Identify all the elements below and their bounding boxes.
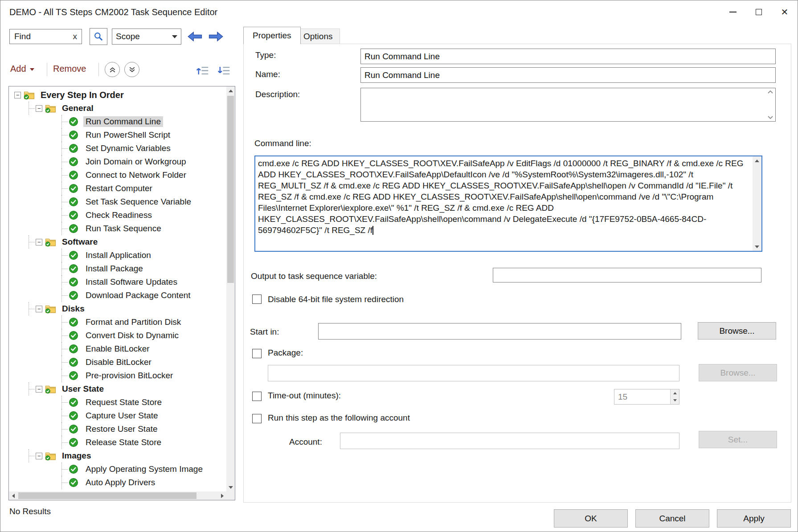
package-field[interactable] [268, 365, 679, 381]
scroll-right-button[interactable] [218, 491, 226, 500]
tree-expander-icon[interactable]: − [36, 306, 42, 312]
start-in-field[interactable] [318, 323, 681, 340]
tree-item[interactable]: Auto Apply Drivers [9, 476, 226, 489]
tree-item[interactable]: Format and Partition Disk [9, 315, 226, 329]
tree-item[interactable]: Pre-provision BitLocker [9, 369, 226, 382]
scroll-track[interactable] [226, 95, 235, 483]
tree-expander-icon[interactable]: − [14, 92, 21, 98]
expand-all-button[interactable] [124, 62, 139, 77]
tree-vertical-scrollbar[interactable] [226, 86, 235, 491]
tree-item[interactable]: Restart Computer [9, 182, 226, 195]
account-set-button[interactable]: Set... [699, 431, 777, 448]
tree-item[interactable]: Connect to Network Folder [9, 168, 226, 182]
type-field[interactable] [360, 49, 776, 64]
spinner-down-button[interactable] [671, 397, 679, 405]
tab-properties[interactable]: Properties [243, 27, 301, 44]
tree-expander-icon[interactable]: − [36, 386, 42, 393]
tree-item[interactable]: Apply Operating System Image [9, 462, 226, 476]
scroll-down-button[interactable] [226, 483, 235, 491]
tree-item[interactable]: Run Task Sequence [9, 222, 226, 235]
tree-item[interactable]: Install Application [9, 249, 226, 262]
tree-item[interactable]: Enable BitLocker [9, 342, 226, 356]
ok-button[interactable]: OK [554, 509, 628, 528]
scroll-up-button[interactable] [226, 86, 235, 95]
find-next-button[interactable] [206, 28, 226, 45]
find-input[interactable]: Find x [9, 29, 82, 44]
tree-item[interactable]: Restore User State [9, 422, 226, 436]
tree-item[interactable]: Set Dynamic Variables [9, 142, 226, 155]
apply-button[interactable]: Apply [717, 509, 791, 528]
output-variable-field[interactable] [493, 268, 761, 282]
scroll-track[interactable] [753, 165, 761, 242]
tree-item[interactable]: Request State Store [9, 396, 226, 409]
disable-redirection-checkbox[interactable] [252, 295, 262, 304]
tree-item[interactable]: −Images [9, 449, 226, 462]
tree-expander-icon[interactable]: − [36, 239, 42, 246]
remove-button[interactable]: Remove [53, 64, 86, 74]
tree-item[interactable]: Disable BitLocker [9, 356, 226, 369]
tree-horizontal-scrollbar[interactable] [9, 491, 226, 500]
command-line-textarea[interactable]: cmd.exe /c REG ADD HKEY_CLASSES_ROOT\XEV… [254, 156, 762, 252]
tree-item[interactable]: Run PowerShell Script [9, 128, 226, 142]
package-label: Package: [268, 348, 303, 358]
app-window: DEMO - All TS Steps CM2002 Task Sequence… [0, 0, 798, 532]
account-field[interactable] [340, 433, 679, 449]
command-line-scrollbar[interactable] [753, 156, 761, 251]
search-button[interactable] [90, 28, 107, 45]
tree-item-label: Convert Disk to Dynamic [83, 330, 181, 341]
list-move-down-icon [217, 65, 231, 77]
tree-item[interactable]: Check Readiness [9, 209, 226, 222]
scrollbar-thumb[interactable] [227, 96, 234, 283]
scope-dropdown[interactable]: Scope [112, 29, 181, 45]
scroll-up-button[interactable] [753, 156, 761, 165]
scroll-track[interactable] [17, 491, 218, 500]
description-field[interactable] [360, 88, 776, 122]
chevron-up-icon[interactable] [767, 90, 773, 94]
maximize-button[interactable] [746, 0, 772, 24]
tree-item[interactable]: −Software [9, 235, 226, 249]
tree-expander-icon[interactable]: − [36, 105, 42, 112]
tree-item[interactable]: Capture User State [9, 409, 226, 422]
collapse-all-button[interactable] [105, 62, 120, 77]
cancel-button[interactable]: Cancel [635, 509, 709, 528]
tree-item[interactable]: −Every Step In Order [9, 88, 226, 102]
find-previous-button[interactable] [185, 28, 205, 45]
step-check-icon [69, 371, 80, 381]
tree-item[interactable]: −Disks [9, 302, 226, 315]
list-move-up-button[interactable] [194, 63, 212, 78]
tree-item[interactable]: Release State Store [9, 436, 226, 449]
tree-item[interactable]: −General [9, 102, 226, 115]
tab-options[interactable]: Options [296, 29, 340, 44]
name-field[interactable] [360, 67, 776, 83]
step-check-icon [69, 250, 80, 260]
apply-button-label: Apply [743, 514, 765, 524]
scrollbar-thumb[interactable] [18, 492, 196, 499]
tree-item[interactable]: Join Domain or Workgroup [9, 155, 226, 168]
scroll-left-button[interactable] [9, 491, 17, 500]
tree-item[interactable]: Convert Disk to Dynamic [9, 329, 226, 342]
start-in-browse-button[interactable]: Browse... [698, 322, 776, 340]
tree-item-label: Every Step In Order [38, 90, 126, 101]
step-check-icon [69, 317, 80, 327]
find-clear-button[interactable]: x [70, 32, 78, 41]
tree-expander-icon[interactable]: − [36, 453, 42, 459]
timeout-spinner[interactable]: 15 [614, 389, 679, 405]
tree-item[interactable]: Run Command Line [9, 115, 226, 128]
minimize-button[interactable] [720, 0, 746, 24]
close-button[interactable]: ✕ [772, 0, 798, 24]
tree-item[interactable]: Set Task Sequence Variable [9, 195, 226, 209]
run-as-account-checkbox[interactable] [252, 414, 262, 423]
package-checkbox[interactable] [252, 349, 262, 358]
tree-item[interactable]: Download Package Content [9, 289, 226, 302]
spinner-up-button[interactable] [671, 389, 679, 397]
list-move-down-button[interactable] [215, 63, 233, 78]
step-check-icon [69, 291, 80, 300]
scroll-down-button[interactable] [753, 242, 761, 251]
package-browse-button[interactable]: Browse... [699, 364, 777, 381]
tree-item[interactable]: Install Package [9, 262, 226, 275]
timeout-checkbox[interactable] [252, 392, 262, 401]
tree-item[interactable]: −User State [9, 382, 226, 396]
chevron-down-icon[interactable] [767, 115, 773, 119]
tree-item[interactable]: Install Software Updates [9, 275, 226, 289]
add-button[interactable]: Add [10, 64, 34, 74]
